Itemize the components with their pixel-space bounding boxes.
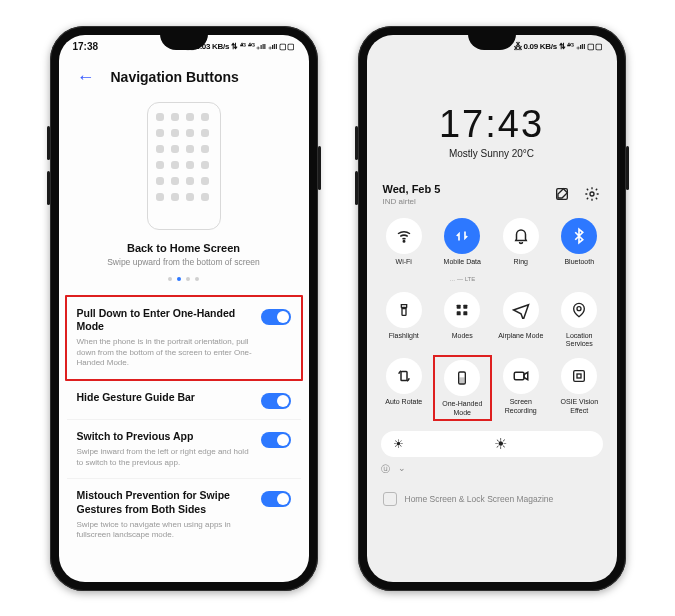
setting-one-handed[interactable]: Pull Down to Enter One-Handed Mode When … <box>67 297 301 380</box>
modes-icon <box>454 302 470 318</box>
svg-rect-11 <box>460 378 464 383</box>
pager-dots[interactable] <box>168 277 199 281</box>
brightness-high-icon: ☀ <box>494 435 507 453</box>
setting-desc: Swipe inward from the left or right edge… <box>77 447 253 469</box>
phone-frame-left: 17:38 ⁂ 0.03 KB/s ⇅ ⁴ᴳ ⁴ᴳ ₊ıll ₊ıll ▢▢ ←… <box>50 26 318 591</box>
tile-modes[interactable]: Modes <box>435 292 490 349</box>
tile-wifi[interactable]: Wi-Fi <box>377 218 432 282</box>
tile-label: Airplane Mode <box>498 332 543 348</box>
edit-icon[interactable] <box>553 185 571 203</box>
gesture-preview: Back to Home Screen Swipe upward from th… <box>59 98 309 291</box>
record-icon <box>512 367 530 385</box>
page-title: Navigation Buttons <box>111 69 239 85</box>
svg-rect-6 <box>457 311 461 315</box>
preview-phone-graphic <box>147 102 221 230</box>
phone-frame-right: ⁂ 0.09 KB/s ⇅ ⁴ᴳ ₊ıll ▢▢ 17:43 Mostly Su… <box>358 26 626 591</box>
tile-airplane[interactable]: Airplane Mode <box>494 292 549 349</box>
user-icon[interactable]: ⓤ <box>381 463 390 476</box>
bell-icon <box>512 227 530 245</box>
tile-label: Auto Rotate <box>385 398 422 414</box>
toggle-prev-app[interactable] <box>261 432 291 448</box>
tile-auto-rotate[interactable]: Auto Rotate <box>377 358 432 419</box>
setting-title: Pull Down to Enter One-Handed Mode <box>77 307 253 334</box>
tile-label: Ring <box>514 258 528 274</box>
tile-mobile-data[interactable]: Mobile Data … — LTE <box>435 218 490 282</box>
tile-bluetooth[interactable]: Bluetooth <box>552 218 607 282</box>
svg-point-1 <box>590 192 594 196</box>
setting-title: Hide Gesture Guide Bar <box>77 391 253 405</box>
setting-title: Mistouch Prevention for Swipe Gestures f… <box>77 489 253 516</box>
brightness-slider[interactable]: ☀ ☀ <box>381 431 603 457</box>
tile-ring[interactable]: Ring <box>494 218 549 282</box>
data-icon <box>453 227 471 245</box>
tile-osie[interactable]: OSIE Vision Effect <box>552 358 607 419</box>
tile-label: Location Services <box>552 332 607 349</box>
tile-label: Modes <box>452 332 473 348</box>
tile-flashlight[interactable]: Flashlight <box>377 292 432 349</box>
panel-carrier: IND airtel <box>383 197 441 206</box>
tile-label: Mobile Data <box>444 258 481 274</box>
tile-label: Flashlight <box>389 332 419 348</box>
preview-subtitle: Swipe upward from the bottom of screen <box>107 257 260 267</box>
panel-date: Wed, Feb 5 <box>383 183 441 195</box>
svg-rect-7 <box>464 311 468 315</box>
chevron-down-icon[interactable]: ⌄ <box>398 463 406 476</box>
setting-desc: When the phone is in the portrait orient… <box>77 337 253 369</box>
tile-label: Bluetooth <box>564 258 594 274</box>
setting-switch-prev-app[interactable]: Switch to Previous App Swipe inward from… <box>67 419 301 478</box>
tile-label: Screen Recording <box>494 398 549 415</box>
settings-gear-icon[interactable] <box>583 185 601 203</box>
background-item: Home Screen & Lock Screen Magazine <box>375 486 609 512</box>
wifi-icon <box>395 227 413 245</box>
rotate-icon <box>395 367 413 385</box>
tile-sub: … — LTE <box>449 276 475 282</box>
tile-label: OSIE Vision Effect <box>552 398 607 415</box>
flashlight-icon <box>396 302 412 318</box>
brightness-low-icon: ☀ <box>393 437 404 451</box>
lock-time: 17:43 <box>367 103 617 146</box>
svg-point-2 <box>403 240 405 242</box>
panel-header: Wed, Feb 5 IND airtel <box>367 159 617 210</box>
clock-block: 17:43 Mostly Sunny 20°C <box>367 103 617 159</box>
status-time: 17:38 <box>73 41 99 52</box>
setting-title: Switch to Previous App <box>77 430 253 444</box>
setting-hide-guide-bar[interactable]: Hide Gesture Guide Bar <box>67 381 301 419</box>
svg-rect-13 <box>574 371 585 382</box>
tile-label: One-Handed Mode <box>437 400 488 417</box>
bluetooth-icon <box>570 227 588 245</box>
tile-screen-recording[interactable]: Screen Recording <box>494 358 549 419</box>
svg-rect-4 <box>457 304 461 308</box>
svg-point-8 <box>577 306 581 310</box>
highlight-one-handed-setting: Pull Down to Enter One-Handed Mode When … <box>65 295 303 382</box>
tile-location[interactable]: Location Services <box>552 292 607 349</box>
back-icon[interactable]: ← <box>77 67 95 88</box>
one-handed-icon <box>454 370 470 386</box>
page-header: ← Navigation Buttons <box>59 59 309 98</box>
location-icon <box>571 302 587 318</box>
tile-one-handed[interactable]: One-Handed Mode <box>437 360 488 417</box>
toggle-guide-bar[interactable] <box>261 393 291 409</box>
setting-desc: Swipe twice to navigate when using apps … <box>77 520 253 542</box>
svg-rect-12 <box>514 373 524 381</box>
thumbnail-icon <box>383 492 397 506</box>
screen-settings: 17:38 ⁂ 0.03 KB/s ⇅ ⁴ᴳ ⁴ᴳ ₊ıll ₊ıll ▢▢ ←… <box>59 35 309 582</box>
preview-title: Back to Home Screen <box>127 242 240 254</box>
status-indicators: ⁂ 0.09 KB/s ⇅ ⁴ᴳ ₊ıll ▢▢ <box>514 42 603 51</box>
toggle-mistouch[interactable] <box>261 491 291 507</box>
svg-rect-14 <box>577 374 581 378</box>
svg-rect-5 <box>464 304 468 308</box>
airplane-icon <box>512 301 530 319</box>
background-label: Home Screen & Lock Screen Magazine <box>405 494 554 504</box>
quick-tiles-grid: Wi-Fi Mobile Data … — LTE Ring Bluetooth… <box>367 210 617 420</box>
weather-text: Mostly Sunny 20°C <box>367 148 617 159</box>
tile-label: Wi-Fi <box>396 258 412 274</box>
svg-rect-9 <box>401 372 407 381</box>
highlight-one-handed-tile: One-Handed Mode <box>433 355 492 421</box>
osie-icon <box>571 368 587 384</box>
screen-quick-panel: ⁂ 0.09 KB/s ⇅ ⁴ᴳ ₊ıll ▢▢ 17:43 Mostly Su… <box>367 35 617 582</box>
toggle-one-handed[interactable] <box>261 309 291 325</box>
setting-mistouch-prevention[interactable]: Mistouch Prevention for Swipe Gestures f… <box>67 478 301 551</box>
panel-footer: ⓤ ⌄ <box>367 457 617 482</box>
